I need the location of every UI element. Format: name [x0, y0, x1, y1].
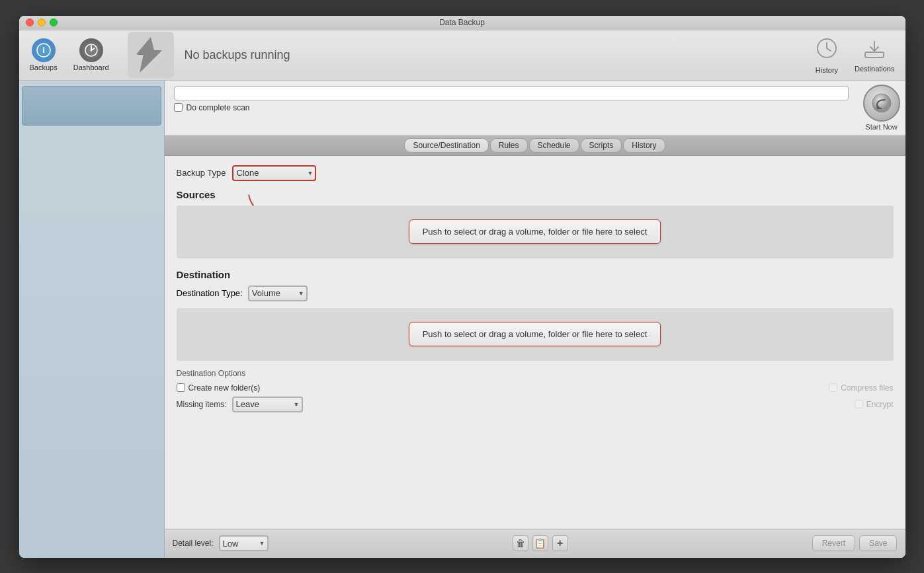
sources-section: Sources Push to select or drag a volume,… — [177, 189, 894, 258]
dashboard-button[interactable]: Dashboard — [68, 36, 114, 74]
create-new-folder-row: Create new folder(s) — [177, 383, 261, 393]
destination-section: Destination Destination Type: Volume Fol… — [177, 269, 894, 412]
start-now-area: Start Now — [858, 81, 905, 135]
bottom-bar: Detail level: Low Medium High 🗑 📋 — [165, 529, 905, 558]
add-button[interactable]: + — [552, 535, 568, 551]
options-left-2: Missing items: Leave Delete Move to tras… — [177, 397, 303, 412]
options-row-1: Create new folder(s) Compress files — [177, 383, 894, 393]
do-complete-scan-checkbox[interactable] — [174, 103, 183, 112]
compress-files-label: Compress files — [841, 383, 893, 393]
options-row-2: Missing items: Leave Delete Move to tras… — [177, 397, 894, 412]
start-now-label: Start Now — [865, 123, 897, 131]
destination-drop-zone: Push to select or drag a volume, folder … — [177, 308, 894, 361]
sources-header: Sources — [177, 189, 894, 200]
svg-text:i: i — [42, 45, 45, 55]
tabs-bar: Source/Destination Rules Schedule Script… — [165, 135, 905, 156]
bottom-left: Detail level: Low Medium High — [173, 535, 269, 551]
copy-button[interactable]: 📋 — [532, 535, 548, 551]
toolbar-center: No backups running — [114, 32, 810, 78]
bottom-right: Revert Save — [812, 535, 898, 551]
tab-rules[interactable]: Rules — [490, 138, 528, 153]
svg-point-7 — [872, 94, 891, 112]
create-new-folder-checkbox[interactable] — [177, 383, 185, 392]
dashboard-icon — [79, 38, 103, 62]
compress-files-row: Compress files — [829, 383, 893, 393]
main-window: Data Backup i Backups — [19, 16, 905, 558]
bottom-actions: 🗑 📋 + — [513, 535, 568, 551]
missing-items-select-wrapper: Leave Delete Move to trash — [232, 397, 303, 412]
destinations-button[interactable]: Destinations — [849, 35, 900, 75]
dest-options-title: Destination Options — [177, 369, 894, 378]
search-input[interactable] — [174, 86, 849, 100]
tab-history[interactable]: History — [623, 138, 665, 153]
add-icon: + — [557, 537, 563, 549]
content-area: Backup Type Clone Bootable Backup Synchr… — [165, 156, 905, 529]
encrypt-row: Encrypt — [855, 400, 894, 409]
detail-level-select[interactable]: Low Medium High — [219, 535, 269, 551]
delete-icon: 🗑 — [516, 538, 525, 549]
copy-icon: 📋 — [534, 538, 546, 549]
sidebar-item-1[interactable] — [22, 86, 161, 126]
main-area: Do complete scan — [19, 81, 905, 558]
destination-type-select-wrapper: Volume Folder File — [248, 286, 308, 301]
window-title: Data Backup — [439, 18, 485, 27]
destination-select-button[interactable]: Push to select or drag a volume, folder … — [409, 322, 661, 346]
toolbar: i Backups Dashboard — [19, 30, 905, 81]
destination-type-select[interactable]: Volume Folder File — [248, 286, 308, 301]
encrypt-checkbox — [855, 400, 863, 408]
history-button[interactable]: History — [810, 34, 844, 77]
backup-type-select[interactable]: Clone Bootable Backup Synchronize Versio… — [232, 165, 316, 181]
revert-button[interactable]: Revert — [812, 535, 855, 551]
destination-header: Destination — [177, 269, 894, 280]
destinations-label: Destinations — [855, 65, 895, 73]
backup-type-select-wrapper: Clone Bootable Backup Synchronize Versio… — [232, 165, 316, 181]
tab-source-destination[interactable]: Source/Destination — [404, 138, 488, 153]
do-complete-scan-row: Do complete scan — [174, 100, 849, 112]
missing-items-row: Missing items: Leave Delete Move to tras… — [177, 397, 303, 412]
sidebar — [19, 81, 165, 558]
options-right-1: Compress files — [829, 383, 893, 393]
backup-type-label: Backup Type — [177, 168, 226, 178]
destination-options: Destination Options Create new folder(s) — [177, 369, 894, 412]
sources-drop-zone: Push to select or drag a volume, folder … — [177, 206, 894, 258]
compress-files-checkbox — [829, 383, 837, 392]
destinations-icon — [862, 38, 886, 63]
options-left-1: Create new folder(s) — [177, 383, 261, 393]
backups-icon: i — [32, 38, 56, 62]
start-now-button[interactable] — [863, 85, 900, 122]
destination-type-row: Destination Type: Volume Folder File — [177, 286, 894, 301]
tab-schedule[interactable]: Schedule — [529, 138, 579, 153]
encrypt-label: Encrypt — [866, 400, 894, 409]
save-button[interactable]: Save — [859, 535, 897, 551]
sources-select-button[interactable]: Push to select or drag a volume, folder … — [409, 219, 661, 244]
minimize-button[interactable] — [38, 19, 46, 26]
missing-items-label: Missing items: — [177, 400, 227, 409]
destination-type-label: Destination Type: — [177, 288, 243, 298]
delete-button[interactable]: 🗑 — [513, 535, 528, 551]
traffic-lights — [26, 19, 58, 26]
app-logo — [128, 32, 174, 78]
toolbar-right: History Destinations — [810, 34, 900, 77]
toolbar-left: i Backups Dashboard — [24, 36, 114, 74]
backups-label: Backups — [30, 63, 58, 71]
no-backups-text: No backups running — [185, 48, 290, 62]
detail-level-select-wrapper: Low Medium High — [219, 535, 269, 551]
titlebar: Data Backup — [19, 16, 905, 30]
close-button[interactable] — [26, 19, 34, 26]
history-label: History — [816, 66, 838, 74]
tab-scripts[interactable]: Scripts — [581, 138, 622, 153]
right-panel: Do complete scan — [165, 81, 905, 558]
backup-type-row: Backup Type Clone Bootable Backup Synchr… — [177, 165, 894, 181]
backups-button[interactable]: i Backups — [24, 36, 63, 74]
create-new-folder-label: Create new folder(s) — [189, 383, 261, 393]
maximize-button[interactable] — [50, 19, 58, 26]
do-complete-scan-label: Do complete scan — [187, 103, 250, 112]
detail-level-label: Detail level: — [173, 539, 214, 548]
history-icon — [815, 36, 839, 65]
missing-items-select[interactable]: Leave Delete Move to trash — [232, 397, 303, 412]
svg-rect-6 — [865, 52, 884, 57]
options-right-2: Encrypt — [855, 400, 894, 409]
dashboard-label: Dashboard — [73, 63, 109, 71]
svg-point-3 — [90, 50, 92, 52]
